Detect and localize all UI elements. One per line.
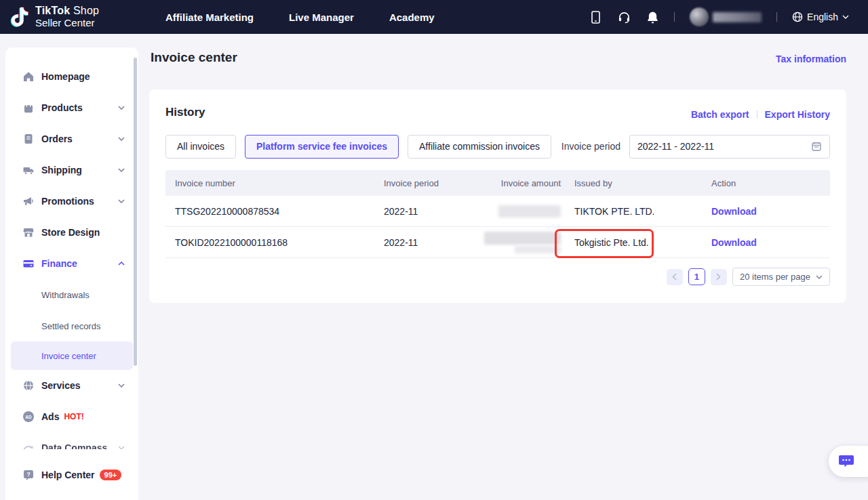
batch-export-link[interactable]: Batch export bbox=[691, 109, 749, 120]
page-number-1[interactable]: 1 bbox=[688, 268, 705, 285]
page-size-selector[interactable]: 20 items per page bbox=[732, 268, 830, 286]
invoice-amount-cell bbox=[490, 205, 561, 217]
redacted-amount bbox=[484, 232, 561, 245]
sidebar-scrollbar[interactable] bbox=[134, 58, 137, 366]
shopping-bag-icon bbox=[22, 102, 35, 114]
sidebar-item-promotions[interactable]: Promotions bbox=[5, 186, 138, 217]
invoice-period-label: Invoice period bbox=[561, 141, 620, 152]
sidebar-item-products[interactable]: Products bbox=[5, 92, 138, 123]
main-content: Invoice center Tax information History B… bbox=[138, 34, 868, 500]
sidebar-item-shipping[interactable]: Shipping bbox=[5, 154, 138, 186]
sidebar-label: Homepage bbox=[41, 71, 90, 82]
sidebar-item-finance[interactable]: Finance bbox=[5, 248, 138, 279]
sidebar-label: Products bbox=[41, 102, 83, 113]
sidebar-label: Promotions bbox=[41, 196, 94, 207]
orders-document-icon bbox=[22, 133, 35, 145]
support-headset-icon[interactable] bbox=[617, 10, 631, 24]
sidebar-item-services[interactable]: Services bbox=[5, 370, 138, 401]
col-invoice-number: Invoice number bbox=[165, 178, 384, 188]
chat-message-icon bbox=[838, 454, 854, 469]
filter-affiliate-commission-invoices[interactable]: Affiliate commission invoices bbox=[408, 135, 551, 159]
filter-all-invoices[interactable]: All invoices bbox=[165, 135, 236, 159]
megaphone-icon bbox=[22, 195, 35, 207]
brand-text: TikTok Shop Seller Center bbox=[35, 5, 99, 30]
avatar bbox=[690, 7, 709, 26]
chevron-down-icon bbox=[118, 383, 125, 388]
filter-platform-service-fee-invoices[interactable]: Platform service fee invoices bbox=[245, 135, 399, 159]
col-issued-by: Issued by bbox=[561, 178, 709, 188]
calendar-icon bbox=[811, 141, 822, 152]
brand-logo[interactable]: TikTok Shop Seller Center bbox=[0, 5, 156, 30]
invoice-period-cell: 2022-11 bbox=[384, 206, 490, 217]
invoice-table: Invoice number Invoice period Invoice am… bbox=[165, 170, 830, 258]
sidebar-item-ads[interactable]: AD Ads HOT! bbox=[5, 401, 138, 432]
page-size-value: 20 items per page bbox=[740, 272, 810, 282]
issued-by-cell: TIKTOK PTE. LTD. bbox=[561, 206, 709, 217]
chevron-down-icon bbox=[816, 275, 823, 279]
nav-divider bbox=[776, 12, 777, 22]
mobile-app-icon[interactable] bbox=[589, 10, 602, 24]
invoice-number-cell: TTSG202210000878534 bbox=[165, 206, 384, 217]
redacted-amount bbox=[515, 246, 561, 253]
help-count-badge: 99+ bbox=[100, 470, 122, 480]
invoice-amount-cell bbox=[490, 232, 561, 253]
redacted-amount bbox=[498, 205, 561, 217]
page-title: Invoice center bbox=[151, 50, 237, 65]
col-invoice-period: Invoice period bbox=[384, 178, 490, 188]
sidebar-item-invoice-center[interactable]: Invoice center bbox=[11, 341, 133, 370]
tiktok-note-icon bbox=[9, 7, 30, 27]
invoice-period-datepicker[interactable]: 2022-11 - 2022-11 bbox=[629, 135, 830, 159]
chevron-up-icon bbox=[118, 262, 125, 266]
sidebar-label: Services bbox=[41, 380, 81, 391]
sidebar-item-homepage[interactable]: Homepage bbox=[5, 61, 138, 92]
home-icon bbox=[22, 70, 35, 83]
nav-academy[interactable]: Academy bbox=[389, 12, 435, 23]
col-action: Action bbox=[709, 178, 830, 188]
svg-text:AD: AD bbox=[25, 415, 32, 419]
issued-by-cell: Tokgistic Pte. Ltd. bbox=[561, 237, 709, 248]
sidebar-item-help-center[interactable]: ? Help Center 99+ bbox=[5, 461, 138, 488]
chat-widget-button[interactable] bbox=[829, 446, 868, 477]
finance-card-icon bbox=[22, 257, 35, 270]
sidebar-item-settled-records[interactable]: Settled records bbox=[5, 310, 138, 341]
history-card: History Batch export Export History All … bbox=[149, 89, 846, 303]
download-link[interactable]: Download bbox=[711, 237, 757, 248]
table-row: TOKID2022100000118168 2022-11 Tokgistic … bbox=[165, 227, 830, 258]
notifications-bell-icon[interactable] bbox=[646, 10, 659, 24]
table-header-row: Invoice number Invoice period Invoice am… bbox=[165, 170, 830, 196]
help-question-icon: ? bbox=[22, 469, 35, 481]
chevron-down-icon bbox=[842, 15, 849, 19]
chevron-down-icon bbox=[118, 137, 125, 141]
sidebar: Homepage Products Orders Shipping Promot… bbox=[5, 47, 138, 500]
services-globe-icon bbox=[22, 379, 35, 392]
tax-information-link[interactable]: Tax information bbox=[776, 54, 846, 64]
sidebar-item-orders[interactable]: Orders bbox=[5, 123, 138, 154]
sidebar-item-store-design[interactable]: Store Design bbox=[5, 217, 138, 248]
nav-divider bbox=[674, 12, 675, 22]
prev-page-button[interactable] bbox=[667, 269, 683, 285]
chevron-down-icon bbox=[118, 168, 125, 172]
link-divider bbox=[757, 110, 757, 119]
hot-tag: HOT! bbox=[64, 412, 83, 421]
account-name-redacted bbox=[713, 12, 762, 22]
svg-text:?: ? bbox=[26, 471, 30, 478]
globe-icon bbox=[792, 12, 803, 22]
col-invoice-amount: Invoice amount bbox=[490, 178, 561, 188]
pagination: 1 20 items per page bbox=[667, 268, 830, 286]
sidebar-item-withdrawals[interactable]: Withdrawals bbox=[5, 279, 138, 310]
export-history-link[interactable]: Export History bbox=[765, 109, 830, 120]
invoice-period-cell: 2022-11 bbox=[384, 237, 490, 248]
chevron-down-icon bbox=[118, 199, 125, 203]
primary-nav: Affiliate Marketing Live Manager Academy bbox=[165, 12, 435, 23]
nav-affiliate-marketing[interactable]: Affiliate Marketing bbox=[165, 12, 254, 23]
language-label: English bbox=[807, 12, 838, 22]
sidebar-label: Store Design bbox=[41, 227, 100, 238]
language-selector[interactable]: English bbox=[792, 12, 849, 22]
download-link[interactable]: Download bbox=[711, 206, 757, 217]
next-page-button[interactable] bbox=[711, 269, 727, 285]
nav-live-manager[interactable]: Live Manager bbox=[289, 12, 354, 23]
storefront-icon bbox=[22, 226, 35, 238]
sidebar-label: Orders bbox=[41, 133, 73, 144]
truck-icon bbox=[22, 164, 35, 176]
account-menu[interactable] bbox=[690, 7, 762, 26]
